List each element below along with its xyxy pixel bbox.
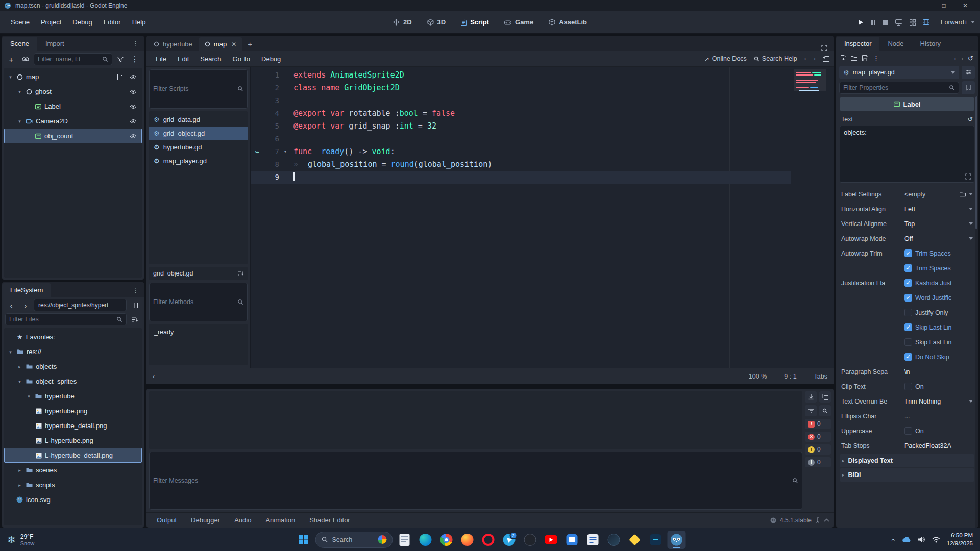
text-field[interactable]: ... bbox=[904, 413, 973, 420]
current-path[interactable]: res://object_sprites/hypert bbox=[34, 299, 127, 311]
script-item[interactable]: ⚙ hypertube.gd bbox=[149, 140, 248, 154]
file-row[interactable]: ▾ res:// bbox=[4, 344, 142, 359]
script-menu-edit[interactable]: Edit bbox=[173, 53, 194, 65]
code-line[interactable]: 5@export var grid_snap :int = 32 bbox=[251, 120, 791, 133]
tab-animation[interactable]: Animation bbox=[259, 514, 301, 526]
script-menu-file[interactable]: File bbox=[151, 53, 172, 65]
pause-button[interactable] bbox=[871, 19, 876, 26]
scene-tab-hypertube[interactable]: hypertube bbox=[148, 37, 199, 51]
history-back-icon[interactable]: ‹ bbox=[804, 55, 806, 62]
script-menu-goto[interactable]: Go To bbox=[228, 53, 255, 65]
taskbar-app-opera[interactable] bbox=[479, 531, 498, 549]
taskbar-app-godot[interactable] bbox=[668, 531, 686, 549]
messages-counter[interactable]: i 0 bbox=[805, 457, 831, 467]
checkbox-field[interactable]: ✓ Trim Spaces bbox=[904, 249, 973, 257]
taskbar-app-edge[interactable] bbox=[416, 531, 435, 549]
taskbar-app-github[interactable] bbox=[521, 531, 540, 549]
tab-debugger[interactable]: Debugger bbox=[185, 514, 226, 526]
message-filter-input[interactable] bbox=[153, 477, 789, 484]
text-property-editor[interactable]: objects: bbox=[840, 126, 974, 183]
search-log-icon[interactable] bbox=[819, 405, 831, 416]
taskbar-app-store[interactable] bbox=[563, 531, 581, 549]
code-line[interactable]: ↪7▾func _ready() -> void: bbox=[251, 145, 791, 158]
panel-splitter[interactable] bbox=[146, 384, 834, 389]
file-filter-input[interactable] bbox=[9, 316, 113, 323]
remote-debug-icon[interactable] bbox=[895, 19, 902, 26]
tree-row[interactable]: ▾ Camera2D bbox=[4, 114, 142, 129]
inspector-history-icon[interactable]: ↺ bbox=[968, 55, 973, 62]
object-options-icon[interactable] bbox=[962, 66, 975, 79]
taskbar-app-firefox[interactable] bbox=[458, 531, 477, 549]
menu-scene[interactable]: Scene bbox=[5, 16, 35, 29]
code-minimap[interactable] bbox=[794, 69, 826, 130]
folder-icon[interactable] bbox=[960, 192, 966, 197]
resource-picker[interactable]: <empty bbox=[904, 191, 973, 198]
checkbox-field[interactable]: ✓ Trim Spaces bbox=[904, 264, 973, 272]
revert-icon[interactable]: ↺ bbox=[968, 115, 973, 123]
property-filter-input[interactable] bbox=[843, 84, 946, 91]
expand-right-icon[interactable]: ▸ bbox=[16, 364, 23, 369]
tab-inspector[interactable]: Inspector bbox=[836, 37, 879, 51]
split-view-icon[interactable] bbox=[129, 299, 141, 311]
wifi-icon[interactable] bbox=[932, 537, 940, 543]
clock-widget[interactable]: 6:50 PM 12/9/2025 bbox=[947, 532, 973, 547]
taskbar-app-notepad[interactable] bbox=[396, 531, 414, 549]
script-filter-input[interactable] bbox=[153, 85, 234, 92]
workspace-game[interactable]: Game bbox=[499, 16, 538, 29]
new-scene-tab-button[interactable]: + bbox=[242, 37, 257, 51]
file-row[interactable]: L-hypertube.png bbox=[4, 433, 142, 448]
file-row[interactable]: ▸ scripts bbox=[4, 478, 142, 492]
inspector-forward-icon[interactable]: › bbox=[961, 55, 963, 62]
onedrive-cloud-icon[interactable] bbox=[902, 537, 911, 543]
file-row[interactable]: ▸ scenes bbox=[4, 463, 142, 478]
resource-menu-icon[interactable]: ⋮ bbox=[873, 55, 879, 62]
checkbox-field[interactable]: ✓ Skip Last Lin bbox=[904, 323, 973, 331]
copy-log-icon[interactable] bbox=[819, 391, 831, 403]
workspace-script[interactable]: Script bbox=[456, 16, 494, 29]
checkbox-field[interactable]: ✓ Skip Last Lin bbox=[904, 338, 973, 346]
expand-down-icon[interactable]: ▾ bbox=[16, 119, 23, 124]
checkbox-field[interactable]: ✓ On bbox=[904, 427, 973, 435]
visibility-icon[interactable] bbox=[128, 89, 139, 94]
inspector-back-icon[interactable]: ‹ bbox=[954, 55, 956, 62]
dropdown[interactable]: Top bbox=[904, 220, 973, 228]
dropdown[interactable]: Left bbox=[904, 206, 973, 213]
taskbar-search[interactable]: Search bbox=[315, 532, 393, 548]
script-item[interactable]: ⚙ map_player.gd bbox=[149, 154, 248, 168]
file-row[interactable]: ▾ hypertube bbox=[4, 389, 142, 404]
code-line[interactable]: 8»global_position = round(global_positio… bbox=[251, 158, 791, 171]
group-bidi[interactable]: ▸ BiDi bbox=[840, 468, 974, 482]
tree-row-selected[interactable]: obj_count bbox=[4, 129, 142, 143]
visibility-icon[interactable] bbox=[128, 74, 139, 80]
taskbar-app-keepass[interactable] bbox=[626, 531, 644, 549]
expand-down-icon[interactable]: ▾ bbox=[7, 74, 14, 80]
weather-widget[interactable]: ❄ 29°F Snow bbox=[7, 533, 34, 546]
filter-log-icon[interactable] bbox=[805, 405, 817, 416]
code-editor[interactable]: 1extends AnimatedSprite2D2class_name Gri… bbox=[250, 67, 834, 368]
category-label[interactable]: Label bbox=[840, 97, 974, 111]
file-row[interactable]: ▾ object_sprites bbox=[4, 374, 142, 389]
collapse-panel-icon[interactable]: ‹ bbox=[153, 373, 155, 380]
array-field[interactable]: PackedFloat32A bbox=[904, 442, 973, 449]
errors-warnings-counter[interactable]: ! 0 bbox=[805, 419, 831, 429]
tree-row[interactable]: Label bbox=[4, 99, 142, 114]
scene-dock-menu-icon[interactable]: ⋮ bbox=[127, 37, 144, 51]
menu-editor[interactable]: Editor bbox=[98, 16, 127, 29]
search-help-button[interactable]: Search Help bbox=[754, 55, 797, 62]
expand-down-icon[interactable]: ▾ bbox=[7, 349, 14, 355]
code-line[interactable]: 6 bbox=[251, 133, 791, 145]
hidden-icons-chevron[interactable]: ‹ bbox=[890, 538, 898, 541]
checkbox-field[interactable]: ✓ On bbox=[904, 383, 973, 390]
tab-import[interactable]: Import bbox=[37, 37, 72, 51]
start-button[interactable] bbox=[295, 531, 313, 549]
inspector-scrollbar[interactable] bbox=[975, 96, 978, 528]
save-log-icon[interactable] bbox=[805, 391, 817, 403]
history-forward-icon[interactable]: › bbox=[814, 55, 816, 62]
script-attached-icon[interactable] bbox=[115, 74, 125, 80]
scene-filter-input[interactable] bbox=[38, 56, 99, 63]
visibility-icon[interactable] bbox=[128, 119, 139, 124]
file-row[interactable]: ★ Favorites: bbox=[4, 330, 142, 344]
script-item-selected[interactable]: ⚙ grid_object.gd bbox=[149, 127, 248, 140]
movie-maker-icon[interactable] bbox=[923, 19, 929, 25]
checkbox-field[interactable]: ✓ Justify Only bbox=[904, 309, 973, 316]
